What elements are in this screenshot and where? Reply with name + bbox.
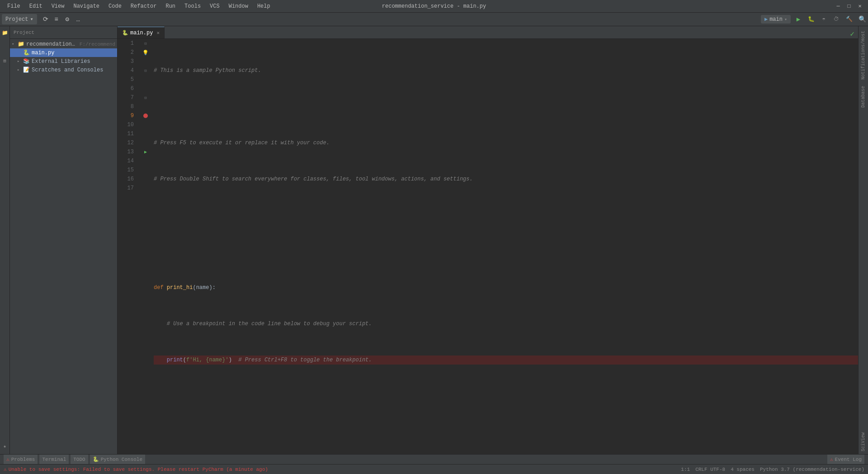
run-config-selector[interactable]: ▶ main ▾ [761,15,791,24]
maximize-button[interactable]: □ [844,2,854,11]
menu-edit[interactable]: Edit [26,2,46,10]
menu-help[interactable]: Help [254,2,274,10]
project-panel-title: Project [14,30,34,35]
code-paren: ( [193,283,196,292]
line-num-4: 4 [118,66,137,75]
run-button[interactable]: ▶ [793,14,803,24]
python-console-icon: 🐍 [93,456,99,462]
debug-button[interactable]: 🐛 [806,14,816,24]
code-param-name: name [196,283,209,292]
gutter-14 [141,156,150,166]
menu-vcs[interactable]: VCS [206,2,223,10]
menu-code[interactable]: Code [105,2,125,10]
collapse-icon[interactable]: ≡ [52,14,61,24]
settings-icon[interactable]: ⚙ [62,14,72,24]
tree-item-scratches[interactable]: ▸ 📝 Scratches and Consoles [10,66,117,74]
tree-item-main-py[interactable]: 🐍 main.py [10,48,117,57]
status-error-icon: ⚠ [4,466,7,472]
sciview-tab[interactable]: SciView [859,430,867,454]
menu-window[interactable]: Window [225,2,252,10]
line-numbers: 1 2 3 4 5 6 7 8 9 10 11 12 13 14 15 16 1… [118,39,141,454]
run-config-label: main [769,16,783,23]
tree-label-external-libs: External Libraries [32,58,90,65]
more-icon[interactable]: … [73,14,83,24]
status-bar: ⚠ Unable to save settings: Failed to sav… [0,464,868,474]
problems-tab[interactable]: ⚠ Problems [4,455,38,465]
library-icon: 📚 [23,58,30,65]
code-line-2 [154,102,858,111]
line-num-13: 13 [118,147,137,156]
gutter-13: ▶ [141,147,150,156]
tree-item-external-libs[interactable]: ▸ 📚 External Libraries [10,57,117,66]
python-console-tab[interactable]: 🐍 Python Console [90,455,145,465]
gutter: ⊟ 💡 ⊟ ⊟ [141,39,150,454]
cursor-position[interactable]: 1:1 [681,467,690,472]
project-toolbar: Project ▾ ⟳ ≡ ⚙ … ▶ main ▾ ▶ 🐛 ☂ ⏱ 🔨 🔍 [0,13,868,26]
gutter-3 [141,57,150,66]
terminal-tab[interactable]: Terminal [39,455,69,465]
code-comment-8: # Use a breakpoint in the code line belo… [167,319,372,328]
code-paren-9: ( [183,356,186,365]
event-log-tab[interactable]: ⚠ Event Log [827,455,864,465]
menu-run[interactable]: Run [162,2,179,10]
code-keyword-def: def [154,283,167,292]
code-line-9: print(f'Hi, {name}') # Press Ctrl+F8 to … [154,356,858,365]
minimize-button[interactable]: ─ [834,2,843,11]
title-bar-left: File Edit View Navigate Code Refactor Ru… [4,2,274,10]
tree-item-root[interactable]: ▾ 📁 recommendation_service F:/recommend [10,40,117,48]
code-comment-1: # This is a sample Python script. [154,66,261,75]
event-log-label: Event Log [835,457,862,462]
line-num-8: 8 [118,102,137,111]
menu-view[interactable]: View [48,2,68,10]
project-view-icon[interactable]: 📁 [0,28,9,37]
status-error-message: ⚠ Unable to save settings: Failed to sav… [4,466,268,472]
favorites-icon[interactable]: ★ [0,441,9,450]
fold-icon-4[interactable]: ⊟ [144,68,146,73]
database-tab[interactable]: Database [859,83,867,110]
structure-icon[interactable]: ⊞ [0,56,9,65]
status-error-text: Unable to save settings: Failed to save … [9,467,268,472]
search-everywhere-button[interactable]: 🔍 [859,15,866,23]
coverage-button[interactable]: ☂ [819,14,829,24]
tree-path: F:/recommend [80,42,115,47]
notifications-tab[interactable]: Notifications/Host [859,28,867,82]
run-config-arrow: ▾ [784,17,787,22]
line-endings[interactable]: CRLF UTF-8 [695,467,725,472]
fold-icon-7[interactable]: ⊟ [144,95,146,100]
tree-arrow-libs: ▸ [17,59,22,64]
sync-icon[interactable]: ⟳ [41,14,51,24]
code-paren-close-9: ) [229,356,239,365]
line-num-6: 6 [118,84,137,93]
tab-close-icon[interactable]: ✕ [156,30,160,36]
close-button[interactable]: ✕ [855,2,864,11]
build-button[interactable]: 🔨 [844,14,854,24]
project-toolbar-icons: ⟳ ≡ ⚙ … [41,14,83,24]
menu-file[interactable]: File [4,2,24,10]
todo-tab[interactable]: TODO [71,455,88,465]
project-selector[interactable]: Project ▾ [2,14,37,24]
folder-icon: 📁 [18,41,25,47]
code-line-10 [154,392,858,401]
editor-tab-main-py[interactable]: 🐍 main.py ✕ [118,27,165,38]
profile-button[interactable]: ⏱ [831,14,841,24]
code-line-8: # Use a breakpoint in the code line belo… [154,319,858,328]
code-comment-9: # Press Ctrl+F8 to toggle the breakpoint… [238,356,372,365]
gutter-9 [141,111,150,120]
indent-info[interactable]: 4 spaces [731,467,755,472]
line-num-2: 2 [118,48,137,57]
line-num-11: 11 [118,129,137,138]
code-indent-8 [154,319,167,328]
gutter-2: 💡 [141,48,150,57]
line-num-15: 15 [118,166,137,175]
fold-icon-1[interactable]: ⊟ [144,41,146,46]
breakpoint-icon-9[interactable] [143,114,148,118]
python-version[interactable]: Python 3.7 (recommendation-service) [760,467,864,472]
menu-tools[interactable]: Tools [181,2,204,10]
gutter-16 [141,175,150,184]
menu-refactor[interactable]: Refactor [127,2,160,10]
code-content[interactable]: # This is a sample Python script. # Pres… [150,39,858,454]
run-arrow-13[interactable]: ▶ [144,149,147,155]
line-num-7: 7 [118,93,137,102]
code-editor[interactable]: 1 2 3 4 5 6 7 8 9 10 11 12 13 14 15 16 1… [118,39,858,454]
menu-navigate[interactable]: Navigate [70,2,103,10]
